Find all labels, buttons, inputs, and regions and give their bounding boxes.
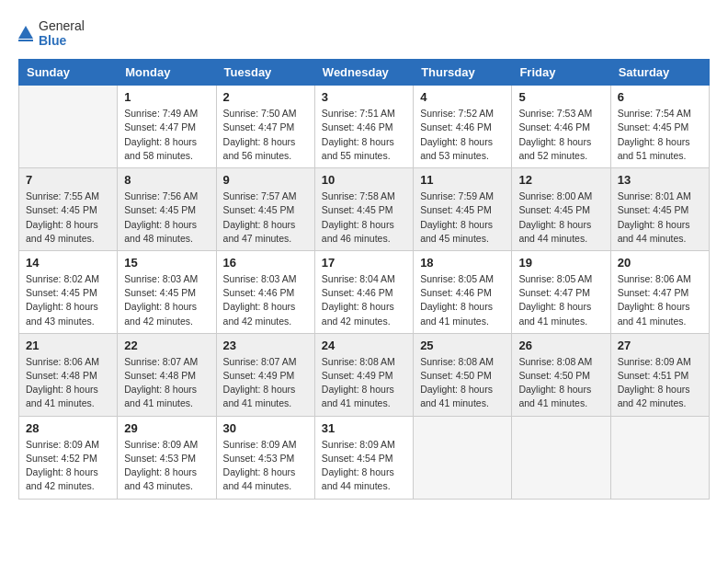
logo-container: General Blue (18, 18, 85, 48)
calendar-cell: 29Sunrise: 8:09 AMSunset: 4:53 PMDayligh… (118, 416, 216, 499)
calendar-cell (512, 416, 610, 499)
day-info: Sunrise: 7:56 AMSunset: 4:45 PMDaylight:… (124, 190, 209, 246)
day-info: Sunrise: 8:07 AMSunset: 4:48 PMDaylight:… (124, 355, 209, 411)
day-number: 9 (223, 173, 308, 187)
calendar-cell: 8Sunrise: 7:56 AMSunset: 4:45 PMDaylight… (118, 168, 216, 251)
day-number: 24 (322, 339, 406, 352)
day-info: Sunrise: 8:08 AMSunset: 4:50 PMDaylight:… (420, 355, 505, 411)
day-info: Sunrise: 8:04 AMSunset: 4:46 PMDaylight:… (322, 272, 406, 328)
calendar-cell: 27Sunrise: 8:09 AMSunset: 4:51 PMDayligh… (610, 333, 709, 416)
calendar-cell: 9Sunrise: 7:57 AMSunset: 4:45 PMDaylight… (216, 168, 314, 251)
day-info: Sunrise: 8:06 AMSunset: 4:47 PMDaylight:… (618, 272, 702, 328)
day-number: 27 (618, 339, 702, 352)
day-number: 7 (26, 173, 110, 187)
day-number: 10 (322, 173, 406, 187)
day-info: Sunrise: 8:09 AMSunset: 4:54 PMDaylight:… (322, 438, 406, 494)
calendar-table: SundayMondayTuesdayWednesdayThursdayFrid… (18, 59, 710, 499)
calendar-cell: 20Sunrise: 8:06 AMSunset: 4:47 PMDayligh… (610, 250, 709, 333)
calendar-cell (19, 86, 118, 168)
logo-blue: Blue (39, 33, 85, 48)
day-number: 14 (26, 256, 110, 270)
day-number: 18 (420, 256, 505, 270)
day-info: Sunrise: 8:08 AMSunset: 4:50 PMDaylight:… (518, 355, 603, 411)
calendar-cell: 19Sunrise: 8:05 AMSunset: 4:47 PMDayligh… (512, 250, 610, 333)
day-info: Sunrise: 8:03 AMSunset: 4:45 PMDaylight:… (124, 272, 209, 328)
calendar-cell: 2Sunrise: 7:50 AMSunset: 4:47 PMDaylight… (216, 86, 314, 168)
day-info: Sunrise: 7:54 AMSunset: 4:45 PMDaylight:… (618, 107, 702, 163)
calendar-cell: 11Sunrise: 7:59 AMSunset: 4:45 PMDayligh… (414, 168, 512, 251)
day-number: 25 (420, 339, 505, 352)
calendar-cell: 5Sunrise: 7:53 AMSunset: 4:46 PMDaylight… (512, 86, 610, 168)
day-info: Sunrise: 7:51 AMSunset: 4:46 PMDaylight:… (322, 107, 406, 163)
weekday-header-friday: Friday (512, 60, 610, 86)
weekday-header-tuesday: Tuesday (216, 60, 314, 86)
day-info: Sunrise: 7:58 AMSunset: 4:45 PMDaylight:… (322, 190, 406, 246)
day-number: 23 (223, 339, 308, 352)
day-info: Sunrise: 8:05 AMSunset: 4:47 PMDaylight:… (518, 272, 603, 328)
calendar-week-row: 14Sunrise: 8:02 AMSunset: 4:45 PMDayligh… (19, 250, 710, 333)
day-info: Sunrise: 7:49 AMSunset: 4:47 PMDaylight:… (124, 107, 209, 163)
calendar-cell: 18Sunrise: 8:05 AMSunset: 4:46 PMDayligh… (414, 250, 512, 333)
weekday-header-thursday: Thursday (414, 60, 512, 86)
calendar-cell: 25Sunrise: 8:08 AMSunset: 4:50 PMDayligh… (414, 333, 512, 416)
day-number: 31 (322, 421, 406, 435)
day-number: 6 (618, 90, 702, 104)
day-info: Sunrise: 8:03 AMSunset: 4:46 PMDaylight:… (223, 272, 308, 328)
weekday-header-wednesday: Wednesday (314, 60, 413, 86)
day-info: Sunrise: 8:06 AMSunset: 4:48 PMDaylight:… (26, 355, 110, 411)
weekday-header-monday: Monday (118, 60, 216, 86)
day-info: Sunrise: 7:52 AMSunset: 4:46 PMDaylight:… (420, 107, 505, 163)
day-number: 19 (518, 256, 603, 270)
day-number: 22 (124, 339, 209, 352)
day-info: Sunrise: 8:00 AMSunset: 4:45 PMDaylight:… (518, 190, 603, 246)
logo-general: General (39, 18, 85, 33)
day-number: 3 (322, 90, 406, 104)
calendar-cell (610, 416, 709, 499)
calendar-week-row: 28Sunrise: 8:09 AMSunset: 4:52 PMDayligh… (19, 416, 710, 499)
calendar-cell: 3Sunrise: 7:51 AMSunset: 4:46 PMDaylight… (314, 86, 413, 168)
calendar-cell: 6Sunrise: 7:54 AMSunset: 4:45 PMDaylight… (610, 86, 709, 168)
day-info: Sunrise: 7:59 AMSunset: 4:45 PMDaylight:… (420, 190, 505, 246)
calendar-cell: 12Sunrise: 8:00 AMSunset: 4:45 PMDayligh… (512, 168, 610, 251)
day-info: Sunrise: 8:09 AMSunset: 4:51 PMDaylight:… (618, 355, 702, 411)
day-number: 28 (26, 421, 110, 435)
calendar-cell: 17Sunrise: 8:04 AMSunset: 4:46 PMDayligh… (314, 250, 413, 333)
logo: General Blue (18, 18, 85, 48)
day-number: 1 (124, 90, 209, 104)
calendar-cell: 31Sunrise: 8:09 AMSunset: 4:54 PMDayligh… (314, 416, 413, 499)
day-number: 4 (420, 90, 505, 104)
header: General Blue (18, 18, 710, 48)
calendar-cell: 15Sunrise: 8:03 AMSunset: 4:45 PMDayligh… (118, 250, 216, 333)
calendar-cell: 22Sunrise: 8:07 AMSunset: 4:48 PMDayligh… (118, 333, 216, 416)
day-number: 29 (124, 421, 209, 435)
day-number: 17 (322, 256, 406, 270)
day-info: Sunrise: 8:05 AMSunset: 4:46 PMDaylight:… (420, 272, 505, 328)
calendar-week-row: 21Sunrise: 8:06 AMSunset: 4:48 PMDayligh… (19, 333, 710, 416)
day-number: 13 (618, 173, 702, 187)
calendar-cell: 21Sunrise: 8:06 AMSunset: 4:48 PMDayligh… (19, 333, 118, 416)
calendar-cell: 14Sunrise: 8:02 AMSunset: 4:45 PMDayligh… (19, 250, 118, 333)
day-number: 12 (518, 173, 603, 187)
day-number: 21 (26, 339, 110, 352)
calendar-cell: 7Sunrise: 7:55 AMSunset: 4:45 PMDaylight… (19, 168, 118, 251)
calendar-cell: 13Sunrise: 8:01 AMSunset: 4:45 PMDayligh… (610, 168, 709, 251)
calendar-cell: 24Sunrise: 8:08 AMSunset: 4:49 PMDayligh… (314, 333, 413, 416)
day-number: 16 (223, 256, 308, 270)
day-info: Sunrise: 7:53 AMSunset: 4:46 PMDaylight:… (518, 107, 603, 163)
calendar-week-row: 7Sunrise: 7:55 AMSunset: 4:45 PMDaylight… (19, 168, 710, 251)
calendar-cell: 28Sunrise: 8:09 AMSunset: 4:52 PMDayligh… (19, 416, 118, 499)
day-number: 2 (223, 90, 308, 104)
day-info: Sunrise: 7:50 AMSunset: 4:47 PMDaylight:… (223, 107, 308, 163)
calendar-cell: 30Sunrise: 8:09 AMSunset: 4:53 PMDayligh… (216, 416, 314, 499)
calendar-cell: 23Sunrise: 8:07 AMSunset: 4:49 PMDayligh… (216, 333, 314, 416)
calendar-cell: 1Sunrise: 7:49 AMSunset: 4:47 PMDaylight… (118, 86, 216, 168)
day-info: Sunrise: 7:57 AMSunset: 4:45 PMDaylight:… (223, 190, 308, 246)
day-info: Sunrise: 8:08 AMSunset: 4:49 PMDaylight:… (322, 355, 406, 411)
day-number: 20 (618, 256, 702, 270)
calendar-cell: 4Sunrise: 7:52 AMSunset: 4:46 PMDaylight… (414, 86, 512, 168)
day-info: Sunrise: 8:07 AMSunset: 4:49 PMDaylight:… (223, 355, 308, 411)
calendar-cell: 16Sunrise: 8:03 AMSunset: 4:46 PMDayligh… (216, 250, 314, 333)
calendar-week-row: 1Sunrise: 7:49 AMSunset: 4:47 PMDaylight… (19, 86, 710, 168)
day-number: 5 (518, 90, 603, 104)
day-info: Sunrise: 8:09 AMSunset: 4:53 PMDaylight:… (124, 438, 209, 494)
